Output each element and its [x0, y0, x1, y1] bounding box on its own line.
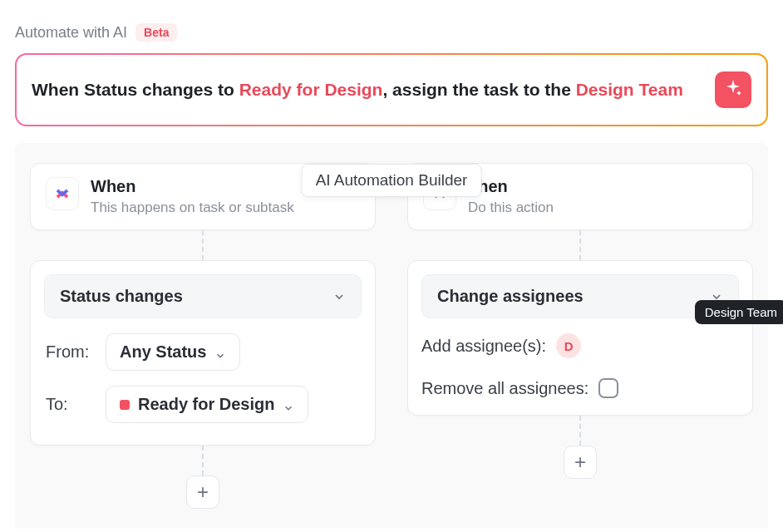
from-status-value: Any Status	[120, 342, 206, 362]
plus-icon: +	[197, 480, 209, 504]
page-title: Automate with AI	[15, 24, 127, 42]
prompt-prefix: When Status changes to	[32, 80, 239, 99]
chevron-down-icon	[332, 290, 346, 303]
builder-tooltip: AI Automation Builder	[302, 164, 482, 197]
connector-line	[579, 416, 581, 446]
connector-line	[202, 230, 204, 260]
header: Automate with AI Beta	[15, 23, 768, 42]
assignee-tooltip: Design Team	[695, 300, 783, 324]
add-assignee-label: Add assignee(s):	[421, 337, 546, 356]
from-status-dropdown[interactable]: Any Status	[106, 333, 240, 371]
prompt-text: When Status changes to Ready for Design,…	[32, 79, 683, 101]
plus-icon: +	[574, 451, 586, 474]
add-trigger-button[interactable]: +	[186, 475, 219, 509]
when-subtitle: This happens on task or subtask	[91, 200, 360, 216]
connector-line	[579, 230, 581, 260]
ai-prompt-input[interactable]: When Status changes to Ready for Design,…	[15, 53, 768, 126]
automation-builder: AI Automation Builder When This happens …	[15, 143, 768, 529]
action-type-dropdown[interactable]: Change assignees	[421, 274, 739, 318]
from-label: From:	[46, 342, 92, 362]
when-config-card: Status changes From: Any Status To: Read…	[30, 260, 376, 446]
add-assignee-row: Add assignee(s): D Design Team	[421, 333, 739, 358]
generate-button[interactable]	[715, 71, 751, 108]
clickup-logo-icon	[46, 177, 79, 210]
action-type-label: Change assignees	[437, 287, 584, 306]
remove-assignees-label: Remove all assignees:	[421, 379, 588, 398]
trigger-type-dropdown[interactable]: Status changes	[44, 274, 362, 318]
chevron-down-icon	[214, 347, 226, 358]
to-field-row: To: Ready for Design	[46, 386, 362, 423]
assignee-initial: D	[564, 339, 574, 353]
remove-assignees-row: Remove all assignees:	[421, 378, 739, 398]
add-action-button[interactable]: +	[564, 446, 597, 479]
then-title: Then	[468, 177, 737, 196]
then-column: Then Do this action Change assignees Add…	[407, 163, 753, 529]
assignee-avatar[interactable]: D	[556, 333, 581, 358]
status-color-dot	[120, 400, 130, 410]
when-column: When This happens on task or subtask Sta…	[30, 163, 376, 529]
chevron-down-icon	[283, 399, 294, 411]
from-field-row: From: Any Status	[46, 333, 362, 371]
sparkle-icon	[723, 78, 743, 101]
prompt-team-highlight: Design Team	[576, 80, 683, 99]
then-subtitle: Do this action	[468, 200, 737, 216]
to-label: To:	[46, 395, 92, 414]
prompt-status-highlight: Ready for Design	[239, 80, 383, 99]
beta-badge: Beta	[135, 23, 177, 42]
connector-line	[202, 446, 204, 475]
trigger-type-label: Status changes	[60, 287, 183, 306]
to-status-dropdown[interactable]: Ready for Design	[106, 386, 308, 423]
remove-assignees-checkbox[interactable]	[598, 378, 618, 398]
prompt-mid: , assign the task to the	[382, 80, 575, 99]
to-status-value: Ready for Design	[138, 395, 274, 414]
then-config-card: Change assignees Add assignee(s): D Desi…	[407, 260, 753, 416]
